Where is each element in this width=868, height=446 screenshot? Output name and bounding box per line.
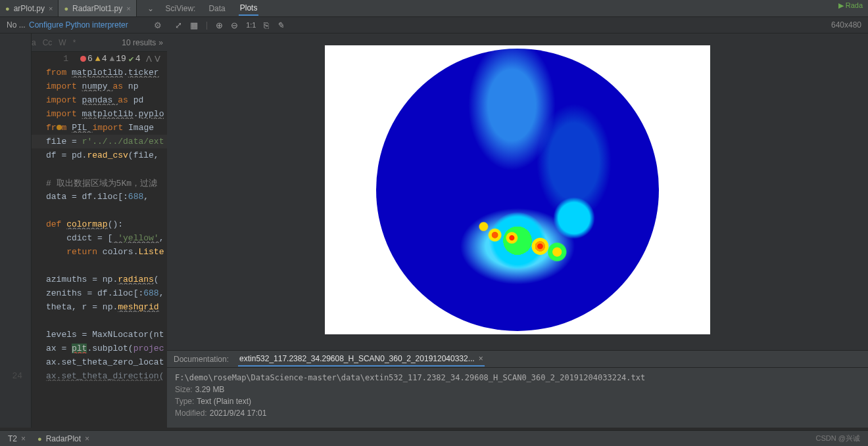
watermark-text: CSDN @兴诚	[816, 434, 860, 443]
plot-dimensions-label: 640x480	[831, 20, 861, 30]
python-icon: ●	[37, 435, 42, 443]
doc-size-value: 3.29 MB	[195, 385, 225, 394]
documentation-tab[interactable]: extin532_117.2382_34.29608_H_SCAN0_360_2…	[238, 352, 485, 367]
doc-type-label: Type:	[175, 397, 194, 406]
tab-data[interactable]: Data	[207, 2, 226, 15]
more-icon[interactable]: »	[158, 38, 163, 47]
close-icon[interactable]: ×	[49, 5, 53, 12]
warning-badge-icon: ▲	[95, 54, 101, 64]
weak-warning-count: 19	[116, 54, 126, 64]
zoom-in-icon[interactable]: ⊕	[216, 20, 223, 30]
gear-icon[interactable]: ⚙	[154, 20, 162, 30]
status-bar: T2× ● RadarPlot × CSDN @兴诚	[0, 430, 868, 446]
interp-prefix: No ...	[7, 20, 26, 30]
interp-configure-link[interactable]: Configure Python interpreter	[29, 20, 128, 30]
bottom-tab-radarplot[interactable]: ● RadarPlot ×	[37, 434, 89, 443]
plot-viewer[interactable]	[167, 33, 868, 350]
regex-toggle[interactable]: *	[73, 38, 76, 47]
code-editor[interactable]: 🔍 Aa Cc W * 10 results » 1 6 ▲4 ▲19 ✔4 ᐱ…	[0, 33, 167, 428]
run-indicator: ▶ Rada	[838, 1, 863, 10]
words-toggle[interactable]: W	[59, 38, 66, 47]
documentation-panel: Documentation: extin532_117.2382_34.2960…	[167, 350, 868, 428]
copy-icon[interactable]: ⎘	[264, 20, 269, 30]
picker-icon[interactable]: ✎	[277, 20, 284, 30]
editor-tabbar: ● arPlot.py × ● RadarPlot1.py × ⌄ SciVie…	[0, 0, 868, 17]
close-icon[interactable]: ×	[479, 354, 483, 363]
documentation-label: Documentation:	[174, 355, 229, 364]
char-class-toggle[interactable]: Cc	[43, 38, 53, 47]
doc-path: F:\demo\roseMap\DataScience-master\data\…	[175, 373, 860, 382]
chevron-down-icon[interactable]: ⌄	[147, 4, 154, 13]
python-icon: ●	[5, 5, 10, 12]
file-tab-label: arPlot.py	[14, 4, 45, 13]
tab-plots[interactable]: Plots	[239, 1, 259, 16]
fit-icon[interactable]: ⤢	[175, 20, 182, 30]
doc-modified-label: Modified:	[175, 409, 207, 418]
ok-badge-icon: ✔	[129, 54, 134, 64]
close-icon[interactable]: ×	[126, 5, 130, 12]
plot-canvas	[325, 45, 710, 334]
error-badge-icon	[80, 56, 86, 62]
editor-gutter	[0, 33, 32, 428]
file-tab-arplot[interactable]: ● arPlot.py ×	[0, 0, 59, 16]
zoom-out-icon[interactable]: ⊖	[231, 20, 238, 30]
search-result-count: 10 results	[122, 38, 156, 47]
sciview-label: SciView:	[166, 4, 196, 13]
one-to-one-button[interactable]: 1:1	[246, 21, 256, 29]
file-tab-label: RadarPlot1.py	[72, 4, 122, 13]
ok-count: 4	[135, 54, 141, 64]
file-tab-radarplot1[interactable]: ● RadarPlot1.py ×	[59, 0, 136, 16]
grid-icon[interactable]: ▦	[190, 20, 198, 30]
warning-count: 4	[102, 54, 107, 64]
doc-type-value: Text (Plain text)	[197, 397, 251, 406]
radar-plot-image	[376, 49, 659, 331]
bottom-tab-t2[interactable]: T2×	[8, 434, 26, 443]
error-count: 6	[87, 54, 93, 64]
weak-warning-badge-icon: ▲	[109, 54, 114, 64]
python-icon: ●	[64, 5, 68, 12]
doc-modified-value: 2021/9/24 17:01	[210, 409, 267, 418]
interpreter-warning-bar: No ... Configure Python interpreter ⚙	[0, 20, 167, 30]
documentation-tab-label: extin532_117.2382_34.29608_H_SCAN0_360_2…	[239, 354, 475, 363]
doc-size-label: Size:	[175, 385, 193, 394]
